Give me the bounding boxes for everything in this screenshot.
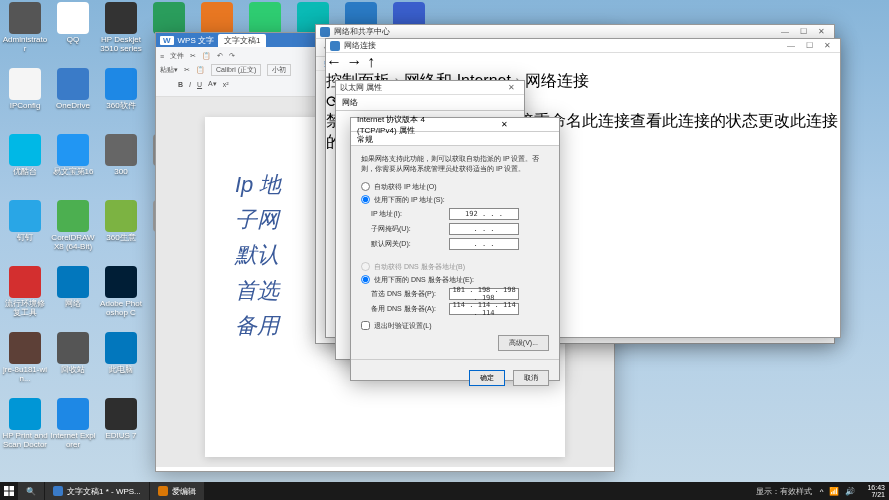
icon-label: 360生意	[98, 234, 144, 243]
radio-manual-ip[interactable]: 使用下面的 IP 地址(S):	[361, 195, 549, 205]
maximize-button[interactable]: ☐	[794, 26, 812, 38]
dns1-input[interactable]: 101 . 198 . 198 . 198	[449, 288, 519, 300]
dns2-input[interactable]: 114 . 114 . 114 . 114	[449, 303, 519, 315]
desktop-icon[interactable]: EDIUS 7	[98, 398, 144, 441]
svg-rect-1	[10, 486, 15, 491]
desktop-icon[interactable]: 优酷台	[2, 134, 48, 177]
forward-button[interactable]: →	[346, 53, 362, 70]
desktop-icon[interactable]: 易文宝第16	[50, 134, 96, 177]
underline-button[interactable]: U	[197, 81, 202, 88]
radio-auto-ip[interactable]: 自动获得 IP 地址(O)	[361, 182, 549, 192]
desktop-icon[interactable]: HP Print and Scan Doctor	[2, 398, 48, 450]
wps-menu-file[interactable]: 文件	[170, 51, 184, 61]
desktop-icon[interactable]: 回收站	[50, 332, 96, 375]
desktop-icon[interactable]: 流行环境修复工具	[2, 266, 48, 318]
minimize-button[interactable]: —	[776, 26, 794, 38]
command-link[interactable]: 查看此连接的状态	[630, 112, 758, 129]
taskbar-app-button[interactable]: 文字文稿1 * - WPS...	[45, 482, 149, 500]
network-icon	[320, 27, 330, 37]
up-button[interactable]: ↑	[367, 53, 375, 70]
icon-label: 流行环境修复工具	[2, 300, 48, 318]
desktop-icon[interactable]: 300	[98, 134, 144, 177]
netconn-titlebar[interactable]: 网络连接 — ☐ ✕	[326, 39, 840, 53]
ethprop-titlebar[interactable]: 以太网 属性 ✕	[336, 81, 524, 95]
validate-checkbox[interactable]: 退出时验证设置(L)	[361, 321, 549, 331]
ok-button[interactable]: 确定	[469, 370, 505, 386]
start-button[interactable]	[0, 482, 18, 500]
desktop-icon[interactable]: HP Deskjet 3510 series	[98, 2, 144, 54]
italic-button[interactable]: I	[189, 81, 191, 88]
app-icon	[57, 398, 89, 430]
bold-button[interactable]: B	[178, 81, 183, 88]
radio-auto-ip-input[interactable]	[361, 182, 370, 191]
taskbar-app-label: 文字文稿1 * - WPS...	[67, 486, 141, 497]
ipv4-titlebar[interactable]: Internet 协议版本 4 (TCP/IPv4) 属性 ✕	[351, 118, 559, 132]
netcenter-titlebar[interactable]: 网络和共享中心 — ☐ ✕	[316, 25, 834, 39]
icon-label: 300	[98, 168, 144, 177]
taskbar-app-button[interactable]: 爱编辑	[150, 482, 204, 500]
wps-doc-tab[interactable]: 文字文稿1	[218, 34, 266, 47]
size-select[interactable]: 小初	[267, 64, 291, 76]
mask-input[interactable]: . . .	[449, 223, 519, 235]
desktop-icon[interactable]: CorelDRAW X8 (64-Bit)	[50, 200, 96, 252]
volume-tray-icon[interactable]: 🔊	[845, 487, 855, 496]
desktop-icon[interactable]: OneDrive	[50, 68, 96, 111]
mask-label: 子网掩码(U):	[371, 224, 449, 234]
desktop-icon[interactable]: 360软件	[98, 68, 144, 111]
app-icon	[9, 332, 41, 364]
radio-manual-dns[interactable]: 使用下面的 DNS 服务器地址(E):	[361, 275, 549, 285]
ethprop-title: 以太网 属性	[340, 82, 502, 93]
maximize-button[interactable]: ☐	[800, 40, 818, 52]
desktop-icon[interactable]: IPConfig	[2, 68, 48, 111]
network-tray-icon[interactable]: 📶	[829, 487, 839, 496]
app-icon	[201, 2, 233, 34]
dns1-label: 首选 DNS 服务器(P):	[371, 289, 449, 299]
desktop-icon[interactable]	[146, 2, 192, 36]
desktop-icon[interactable]	[194, 2, 240, 36]
breadcrumb-segment[interactable]: 网络连接	[525, 72, 589, 89]
desktop-icon[interactable]	[242, 2, 288, 36]
desktop-icon[interactable]: Administrator	[2, 2, 48, 54]
icon-label: 此电脑	[98, 366, 144, 375]
radio-manual-ip-input[interactable]	[361, 195, 370, 204]
desktop-icon[interactable]: 网络	[50, 266, 96, 309]
search-button[interactable]: 🔍	[18, 482, 44, 500]
close-button[interactable]: ✕	[455, 120, 553, 129]
icon-label: HP Deskjet 3510 series	[98, 36, 144, 54]
desktop-icon[interactable]: QQ	[50, 2, 96, 45]
desktop-icon[interactable]: 360生意	[98, 200, 144, 243]
close-button[interactable]: ✕	[502, 82, 520, 94]
icon-label: 360软件	[98, 102, 144, 111]
icon-label: IPConfig	[2, 102, 48, 111]
ethprop-tab[interactable]: 网络	[336, 95, 524, 111]
paste-button[interactable]: 粘贴▾	[160, 65, 178, 75]
app-icon	[105, 200, 137, 232]
app-icon	[105, 332, 137, 364]
desktop-icon[interactable]: 此电脑	[98, 332, 144, 375]
app-icon	[57, 266, 89, 298]
svg-rect-2	[4, 492, 9, 497]
icon-label: EDIUS 7	[98, 432, 144, 441]
back-button[interactable]: ←	[326, 53, 342, 70]
gateway-input[interactable]: . . .	[449, 238, 519, 250]
desktop-icon[interactable]: jre-8u181-win...	[2, 332, 48, 384]
desktop-icon[interactable]: Adobe Photoshop C	[98, 266, 144, 318]
icon-label: HP Print and Scan Doctor	[2, 432, 48, 450]
gateway-label: 默认网关(D):	[371, 239, 449, 249]
clock[interactable]: 16:43 7/21	[863, 484, 889, 498]
close-button[interactable]: ✕	[812, 26, 830, 38]
icon-label: 网络	[50, 300, 96, 309]
close-button[interactable]: ✕	[818, 40, 836, 52]
font-select[interactable]: Calibri (正文)	[211, 64, 261, 76]
tray-up-icon[interactable]: ^	[820, 487, 824, 496]
ip-input[interactable]: 192 . . .	[449, 208, 519, 220]
system-tray[interactable]: ^ 📶 🔊	[812, 487, 864, 496]
desktop-icon[interactable]: 钉钉	[2, 200, 48, 243]
radio-manual-dns-input[interactable]	[361, 275, 370, 284]
cancel-button[interactable]: 取消	[513, 370, 549, 386]
validate-checkbox-input[interactable]	[361, 321, 370, 330]
desktop-icon[interactable]: Internet Explorer	[50, 398, 96, 450]
advanced-button[interactable]: 高级(V)...	[498, 335, 549, 351]
icon-label: Adobe Photoshop C	[98, 300, 144, 318]
minimize-button[interactable]: —	[782, 40, 800, 52]
